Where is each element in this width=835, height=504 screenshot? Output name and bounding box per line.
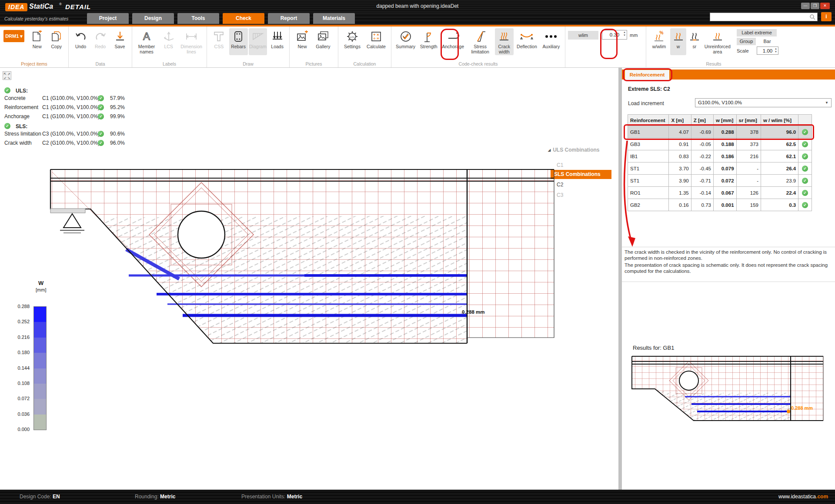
dimension-icon — [185, 30, 198, 43]
sr-icon — [689, 30, 700, 43]
css-button: CSS — [210, 28, 228, 55]
sr-button[interactable]: sr — [687, 28, 701, 55]
wlim-button[interactable]: wlim — [568, 31, 598, 40]
tab-materials[interactable]: Materials — [313, 13, 355, 24]
auxiliary-button[interactable]: Auxiliary — [540, 28, 562, 55]
rounding-status: Rounding: Metric — [135, 494, 175, 500]
deflection-button[interactable]: Deflection — [514, 28, 539, 55]
panel-header: Reinforcement — [622, 70, 835, 80]
scale-segment — [34, 399, 46, 414]
maximize-button[interactable]: ❐ — [811, 3, 819, 9]
deflection-icon — [520, 30, 534, 43]
ribbon-group-calculation: </> Settings +×÷= Calculate Calculation — [338, 27, 391, 67]
note-crack-spacing: The presentation of crack spacing is sch… — [625, 262, 833, 274]
search-input[interactable] — [710, 13, 818, 21]
label-extreme-button[interactable]: Label extreme — [737, 29, 777, 36]
close-button[interactable]: ✕ — [820, 3, 830, 9]
crack-width-button[interactable]: Crack width — [495, 28, 514, 55]
member-names-button[interactable]: A Member names — [135, 28, 158, 55]
unreinforced-area-button[interactable]: Unreinforced area — [702, 28, 732, 55]
info-button[interactable]: i — [821, 12, 832, 21]
table-header-row: Reinforcement X [m] Z [m] w [mm] sr [mm]… — [628, 115, 812, 126]
letter-a-icon: A — [140, 30, 153, 43]
rebars-button[interactable]: Rebars — [229, 28, 248, 55]
table-row-gb1[interactable]: GB14.07 -0.690.288 37896.0 ✓ — [628, 126, 812, 138]
scale-segment — [34, 322, 46, 337]
w-button[interactable]: w — [670, 28, 686, 55]
anchorage-icon — [447, 30, 460, 43]
scale-tick-label: 0.108 — [17, 381, 30, 386]
stepper-arrows-icon[interactable]: ▲▼ — [623, 31, 626, 37]
statica-logo: StatiCa — [29, 3, 53, 10]
drm1-dropdown[interactable]: DRM1 ▾ — [3, 30, 24, 42]
new-picture-button[interactable]: New — [292, 28, 312, 55]
svg-text:÷: ÷ — [374, 36, 376, 41]
diagram-icon — [252, 30, 264, 43]
scale-tick-label: 0.036 — [17, 411, 30, 417]
scale-tick-label: 0.180 — [17, 350, 30, 355]
ribbon-group-pictures: New Gallery Pictures — [290, 27, 338, 67]
check-icon: ✓ — [802, 178, 808, 184]
tab-project[interactable]: Project — [87, 13, 129, 24]
scale-stepper[interactable]: 1.00 ▲▼ — [757, 46, 778, 55]
table-row-gb3[interactable]: GB30.91 -0.050.188 37362.5 ✓ — [628, 138, 812, 150]
save-button[interactable]: Save — [110, 28, 129, 55]
gallery-button[interactable]: Gallery — [313, 28, 333, 55]
table-row-st1b[interactable]: ST13.90 -0.710.072 -23.9 ✓ — [628, 175, 812, 187]
summary-button[interactable]: Summary — [394, 28, 417, 55]
scale-segment — [34, 338, 46, 353]
settings-button[interactable]: </> Settings — [341, 28, 364, 55]
stress-limitation-button[interactable]: Stress limitation — [467, 28, 494, 55]
undo-button[interactable]: Undo — [71, 28, 90, 55]
new-project-item-button[interactable]: New — [28, 28, 46, 55]
strength-button[interactable]: Strength — [418, 28, 439, 55]
note-crack-width: The crack width is checked in the vicini… — [625, 249, 833, 261]
bar-toggle-button[interactable]: Bar — [758, 38, 777, 45]
crack-width-label: 0.288 mm — [791, 405, 813, 411]
scale-tick-label: 0.000 — [17, 427, 30, 432]
new-image-icon — [296, 30, 308, 43]
gb1-result-drawing: 0.288 mm — [628, 355, 833, 428]
extreme-sls-label: Extreme SLS: C2 — [628, 86, 670, 92]
main-canvas: ⇱ ⇗⇙ ⇘ ULS: ✓ ConcreteC1 (G100.0%, V100.… — [0, 68, 623, 490]
anchorage-button[interactable]: Anchorage — [440, 28, 466, 55]
chevron-down-icon: ▼ — [825, 99, 828, 107]
website-link[interactable]: www.ideastatica.com — [778, 494, 828, 500]
w-wlim-button[interactable]: % w/wlim — [649, 28, 669, 55]
tab-check[interactable]: Check — [223, 13, 264, 24]
strength-icon — [423, 30, 435, 43]
tab-design[interactable]: Design — [132, 13, 174, 24]
table-row-st1a[interactable]: ST13.70 -0.450.079 -26.4 ✓ — [628, 162, 812, 175]
stress-limitation-icon — [475, 30, 485, 43]
registered-mark: ® — [59, 2, 62, 6]
scale-label: Scale — [737, 48, 755, 53]
ribbon-group-data: Undo Redo Save Data — [69, 27, 132, 67]
save-icon — [114, 30, 126, 43]
unreinforced-area-icon — [712, 30, 723, 43]
copy-button[interactable]: Copy — [47, 28, 66, 55]
tab-report[interactable]: Report — [268, 13, 310, 24]
tab-tools[interactable]: Tools — [177, 13, 219, 24]
minimize-button[interactable]: — — [801, 3, 810, 9]
check-icon: ✓ — [802, 141, 808, 147]
load-increment-dropdown[interactable]: G100.0%, V100.0% ▼ — [695, 98, 832, 107]
group-toggle-button[interactable]: Group — [737, 38, 756, 45]
brand-tagline: Calculate yesterday's estimates — [4, 16, 68, 21]
wlim-value-stepper[interactable]: 0.30 ▲▼ — [602, 30, 627, 40]
results-options: Label extreme Group Bar Scale 1.00 ▲▼ — [737, 29, 778, 55]
scale-segment — [34, 414, 46, 430]
scale-segment — [34, 307, 46, 322]
stepper-arrows-icon[interactable]: ▲▼ — [775, 47, 777, 53]
table-row-gb2[interactable]: GB20.16 0.730.001 1590.3 ✓ — [628, 199, 812, 211]
table-row-ib1[interactable]: IB10.83 -0.220.186 21662.1 ✓ — [628, 150, 812, 162]
loads-button[interactable]: Loads — [268, 28, 287, 55]
scale-segment — [34, 384, 46, 399]
table-row-ro1[interactable]: RO11.35 -0.140.067 12622.4 ✓ — [628, 187, 812, 199]
gallery-icon — [317, 30, 329, 43]
copy-icon — [51, 30, 62, 43]
tab-reinforcement[interactable]: Reinforcement — [625, 70, 669, 80]
ribbon-group-project-items: DRM1 ▾ New Copy Project items — [0, 27, 69, 67]
w-icon — [673, 30, 684, 43]
calculate-button[interactable]: +×÷= Calculate — [364, 28, 388, 55]
panel-splitter[interactable] — [618, 68, 622, 490]
